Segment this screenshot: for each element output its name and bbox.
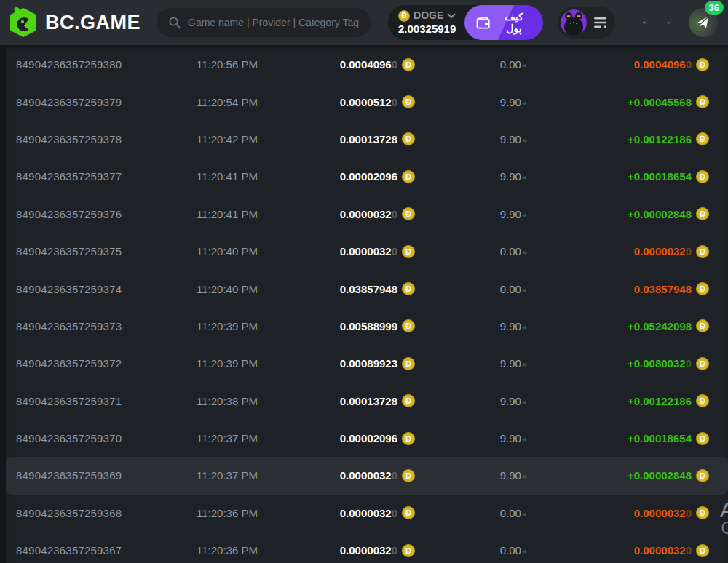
bet-multiplier: 0.00× bbox=[415, 507, 612, 519]
currency-label: DOGE bbox=[414, 10, 443, 21]
bet-payout: +0.00800320 Đ bbox=[612, 357, 709, 370]
bet-id: 84904236357259378 bbox=[16, 133, 197, 145]
bet-payout: +0.00002848 Đ bbox=[612, 207, 709, 220]
doge-coin-icon: Đ bbox=[696, 319, 709, 332]
doge-coin-icon: Đ bbox=[696, 469, 709, 482]
cutoff-overlay-text-g: G bbox=[721, 518, 728, 538]
wallet-icon bbox=[476, 17, 490, 29]
doge-coin-icon: Đ bbox=[696, 506, 709, 519]
bet-multiplier: 9.90× bbox=[415, 133, 612, 145]
bet-multiplier: 9.90× bbox=[415, 208, 612, 220]
doge-coin-icon: Đ bbox=[402, 544, 415, 557]
balance-amount: 2.00325919 bbox=[398, 23, 456, 36]
bet-row[interactable]: 84904236357259371 11:20:38 PM 0.00013728… bbox=[6, 383, 728, 420]
bet-amount: 0.00013728 Đ bbox=[339, 132, 415, 145]
search-icon bbox=[168, 16, 181, 29]
bet-time: 11:20:54 PM bbox=[197, 96, 339, 108]
account-menu-icon[interactable] bbox=[593, 17, 608, 28]
bet-payout: 0.03857948 Đ bbox=[612, 282, 709, 295]
chevron-down-icon bbox=[447, 13, 456, 19]
bet-row[interactable]: 84904236357259375 11:20:40 PM 0.00000320… bbox=[6, 233, 728, 270]
bet-amount: 0.00000320 Đ bbox=[339, 544, 415, 557]
bet-history-table: 84904236357259380 11:20:56 PM 0.00040960… bbox=[6, 45, 728, 563]
bet-time: 11:20:38 PM bbox=[197, 395, 339, 407]
brand-title: BC.GAME bbox=[45, 12, 141, 34]
bet-payout: +0.00045568 Đ bbox=[612, 95, 709, 108]
doge-coin-icon: Đ bbox=[402, 207, 415, 220]
search-placeholder: Game name | Provider | Category Tag bbox=[188, 17, 359, 28]
bet-row[interactable]: 84904236357259374 11:20:40 PM 0.03857948… bbox=[6, 270, 728, 307]
doge-coin-icon: Đ bbox=[696, 357, 709, 370]
chat-bubble-icon bbox=[695, 15, 711, 31]
bet-row[interactable]: 84904236357259376 11:20:41 PM 0.00000320… bbox=[6, 196, 728, 233]
balance-widget: Đ DOGE 2.00325919 کیف پول bbox=[388, 5, 543, 40]
profile-widget bbox=[558, 7, 615, 39]
mail-icon[interactable] bbox=[643, 15, 646, 30]
bet-amount: 0.00000320 Đ bbox=[339, 469, 415, 482]
game-search-input[interactable]: Game name | Provider | Category Tag bbox=[157, 8, 371, 37]
wallet-button-label: کیف پول bbox=[496, 11, 532, 34]
bet-row[interactable]: 84904236357259379 11:20:54 PM 0.00005120… bbox=[6, 83, 728, 120]
left-edge-panel bbox=[0, 45, 6, 563]
doge-coin-icon: Đ bbox=[402, 132, 415, 145]
wallet-button[interactable]: کیف پول bbox=[464, 5, 543, 40]
doge-coin-icon: Đ bbox=[402, 58, 415, 71]
bet-amount: 0.03857948 Đ bbox=[339, 282, 415, 295]
bet-time: 11:20:39 PM bbox=[197, 357, 339, 370]
bet-id: 84904236357259368 bbox=[16, 507, 197, 519]
bet-row[interactable]: 84904236357259370 11:20:37 PM 0.00002096… bbox=[6, 420, 728, 457]
doge-coin-icon: Đ bbox=[696, 544, 709, 557]
doge-coin-icon: Đ bbox=[696, 170, 709, 183]
doge-coin-icon: Đ bbox=[402, 469, 415, 482]
bcgame-logo[interactable]: BC.GAME bbox=[9, 7, 141, 39]
currency-selector[interactable]: Đ DOGE bbox=[398, 10, 456, 22]
bet-multiplier: 0.00× bbox=[415, 283, 612, 295]
bet-payout: 0.00000320 Đ bbox=[612, 506, 709, 519]
doge-coin-icon: Đ bbox=[402, 432, 415, 445]
doge-coin-icon: Đ bbox=[696, 207, 709, 220]
bet-id: 84904236357259373 bbox=[16, 320, 197, 332]
doge-coin-icon: Đ bbox=[402, 506, 415, 519]
bet-time: 11:20:36 PM bbox=[197, 544, 339, 556]
bet-id: 84904236357259369 bbox=[16, 469, 197, 482]
doge-coin-icon: Đ bbox=[696, 432, 709, 445]
bet-row[interactable]: 84904236357259368 11:20:36 PM 0.00000320… bbox=[6, 495, 728, 532]
bet-time: 11:20:39 PM bbox=[197, 320, 339, 332]
bet-amount: 0.00000320 Đ bbox=[339, 207, 415, 220]
bet-row[interactable]: 84904236357259372 11:20:39 PM 0.00089923… bbox=[6, 345, 728, 382]
bet-amount: 0.00000320 Đ bbox=[339, 245, 415, 258]
doge-coin-icon: Đ bbox=[402, 95, 415, 108]
bell-icon[interactable] bbox=[668, 15, 670, 31]
bet-id: 84904236357259377 bbox=[16, 170, 197, 183]
bet-row[interactable]: 84904236357259367 11:20:36 PM 0.00000320… bbox=[6, 532, 728, 563]
bet-row[interactable]: 84904236357259377 11:20:41 PM 0.00002096… bbox=[6, 158, 728, 195]
notification-count-badge: 36 bbox=[705, 1, 724, 15]
bet-multiplier: 0.00× bbox=[415, 544, 612, 556]
bet-id: 84904236357259376 bbox=[16, 208, 197, 220]
bet-payout: +0.00002848 Đ bbox=[612, 469, 709, 482]
bet-id: 84904236357259371 bbox=[16, 395, 197, 407]
bet-amount: 0.00000320 Đ bbox=[339, 506, 415, 519]
bet-multiplier: 9.90× bbox=[415, 96, 612, 108]
bet-row[interactable]: 84904236357259373 11:20:39 PM 0.00588999… bbox=[6, 308, 728, 345]
bet-payout: +0.00018654 Đ bbox=[612, 432, 709, 445]
bet-row[interactable]: 84904236357259369 11:20:37 PM 0.00000320… bbox=[6, 457, 728, 494]
bet-row[interactable]: 84904236357259378 11:20:42 PM 0.00013728… bbox=[6, 121, 728, 158]
bet-row[interactable]: 84904236357259380 11:20:56 PM 0.00040960… bbox=[6, 46, 728, 83]
top-navbar: BC.GAME Game name | Provider | Category … bbox=[0, 0, 728, 45]
bet-id: 84904236357259372 bbox=[16, 357, 197, 370]
doge-coin-icon: Đ bbox=[696, 245, 709, 258]
doge-coin-icon: Đ bbox=[398, 10, 410, 22]
bet-multiplier: 0.00× bbox=[415, 245, 612, 257]
bet-time: 11:20:36 PM bbox=[197, 507, 339, 519]
user-avatar[interactable] bbox=[561, 9, 587, 36]
doge-coin-icon: Đ bbox=[696, 95, 709, 108]
bet-amount: 0.00005120 Đ bbox=[339, 95, 415, 108]
doge-coin-icon: Đ bbox=[402, 245, 415, 258]
bet-time: 11:20:37 PM bbox=[197, 469, 339, 482]
bet-payout: 0.00000320 Đ bbox=[612, 544, 709, 557]
doge-coin-icon: Đ bbox=[696, 394, 709, 407]
doge-coin-icon: Đ bbox=[402, 394, 415, 407]
bet-payout: +0.00018654 Đ bbox=[612, 170, 709, 183]
bet-time: 11:20:41 PM bbox=[197, 170, 339, 183]
